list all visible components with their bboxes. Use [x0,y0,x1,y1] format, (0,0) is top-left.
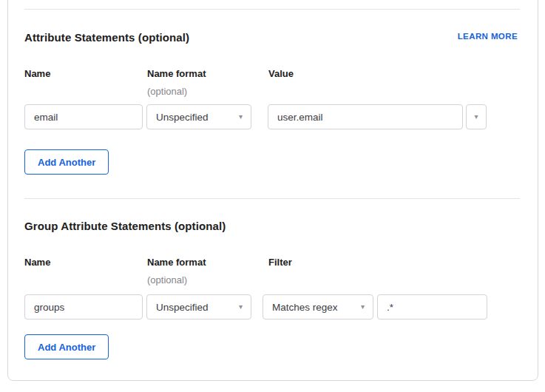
column-label-filter: Filter [268,257,292,268]
attribute-name-format-select[interactable]: Unspecified ▾ [146,104,251,129]
chevron-down-icon: ▾ [239,303,243,311]
group-attribute-name-format-select[interactable]: Unspecified ▾ [146,294,251,320]
chevron-down-icon: ▾ [361,303,365,311]
add-another-attribute-button[interactable]: Add Another [24,149,109,175]
attribute-name-format-value: Unspecified [156,112,209,123]
column-label-name-format: Name format [147,68,206,79]
add-another-group-attribute-button[interactable]: Add Another [24,334,109,359]
group-attribute-name-format-value: Unspecified [156,302,209,313]
group-filter-type-value: Matches regex [272,302,338,313]
attribute-value-dropdown-button[interactable]: ▾ [466,104,487,129]
column-label-value: Value [268,68,294,79]
group-attribute-name-input[interactable] [24,294,143,320]
settings-page: Attribute Statements (optional) LEARN MO… [0,0,545,392]
group-filter-value-input[interactable] [377,294,487,320]
column-label-name: Name [24,257,50,268]
group-attribute-statements-heading: Group Attribute Statements (optional) [24,220,226,232]
column-sublabel-optional: (optional) [147,86,187,97]
attribute-name-input[interactable] [24,104,143,129]
chevron-down-icon: ▾ [474,113,478,121]
attribute-statements-heading: Attribute Statements (optional) [24,31,189,44]
column-sublabel-optional: (optional) [147,274,187,285]
chevron-down-icon: ▾ [239,113,243,121]
saml-settings-panel [7,0,538,381]
learn-more-link[interactable]: LEARN MORE [458,32,518,41]
attribute-value-input[interactable] [268,104,463,129]
column-label-name: Name [24,68,50,79]
group-filter-type-select[interactable]: Matches regex ▾ [263,294,373,320]
column-label-name-format: Name format [147,257,206,268]
section-divider-top [24,9,520,10]
section-divider-middle [24,198,520,199]
